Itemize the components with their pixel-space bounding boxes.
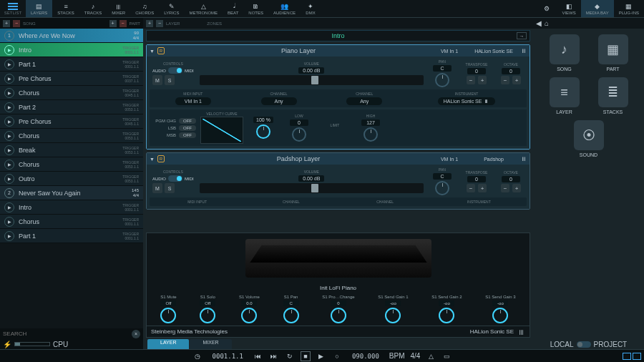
home-icon[interactable]: ⌂ [545, 19, 549, 27]
pan-knob[interactable] [435, 181, 449, 195]
tab-beat[interactable]: 𝅘𝅥BEAT [223, 0, 243, 17]
setlist-part[interactable]: ▶Part 2TRIGGER0053.1.1 [0, 100, 143, 114]
solo-button[interactable]: S [165, 75, 175, 85]
channel2-select[interactable]: Any [346, 97, 382, 105]
prev-button[interactable]: ⏮ [253, 351, 263, 361]
mediabay-tile-song[interactable]: ♪SONG [543, 34, 586, 72]
stop-button[interactable]: ■ [301, 351, 311, 361]
param-knob[interactable] [331, 308, 346, 323]
lsb-toggle[interactable]: OFF [179, 125, 196, 131]
setlist-part[interactable]: ▶IntroTRIGGER0001.1.1 [0, 200, 143, 215]
audio-midi-toggle[interactable] [168, 175, 182, 182]
transpose-minus[interactable]: − [467, 184, 475, 192]
mediabay-tile-sound[interactable]: ⦿SOUND [567, 120, 610, 157]
layer-name[interactable]: Padshop Layer [167, 155, 429, 162]
back-arrow-icon[interactable]: ◀ [536, 19, 542, 27]
mute-button[interactable]: M [152, 75, 162, 85]
remove-song-button[interactable]: − [13, 20, 20, 27]
high-knob[interactable] [364, 127, 378, 142]
setlist-part[interactable]: ▶Pre ChorusTRIGGER0037.1.1 [0, 72, 143, 86]
metronome-icon[interactable]: △ [426, 351, 436, 361]
solo-button[interactable]: S [165, 183, 175, 193]
mediabay-tile-stacks[interactable]: ≣STACKS [592, 77, 635, 114]
pan-knob[interactable] [435, 73, 449, 87]
time-icon[interactable]: ◷ [192, 351, 203, 361]
setlist-part[interactable]: ▶Pre ChorusTRIGGER0045.1.1 [0, 114, 143, 129]
setlist-part[interactable]: ▶ChorusTRIGGER0001.1.1 [0, 215, 143, 229]
volume-value[interactable]: 0.00 dB [298, 175, 324, 182]
setlist-menu-button[interactable]: SETLIST [0, 0, 26, 17]
setlist-part[interactable]: ▶BreakTRIGGER0053.1.1 [0, 143, 143, 157]
tab-lyrics[interactable]: ✎LYRICS [159, 0, 184, 17]
collapse-icon[interactable]: ▼ [150, 157, 155, 162]
setlist-part[interactable]: ▶Part 1TRIGGER0001.1.1 [0, 57, 143, 72]
mediabay-tile-part[interactable]: ▦PART [592, 34, 635, 72]
octave-minus[interactable]: − [501, 76, 509, 84]
setlist-part[interactable]: ▶ChorusTRIGGER0045.1.1 [0, 86, 143, 100]
setlist-part[interactable]: ▶Part 1TRIGGER0001.1.1 [0, 229, 143, 243]
midi-input-select[interactable]: VM In 1 [175, 97, 211, 105]
layer-name[interactable]: Piano Layer [167, 47, 429, 54]
time-signature[interactable]: 4/4 [411, 352, 421, 360]
tab-metronome[interactable]: △METRONOME [184, 0, 223, 17]
setlist-part[interactable]: ▶OutroTRIGGER0053.1.1 [0, 172, 143, 186]
tab-chords[interactable]: ♫CHORDS [130, 0, 159, 17]
view-left-button[interactable] [623, 353, 631, 360]
mediabay-tile-layer[interactable]: ≡LAYER [543, 77, 586, 114]
add-part-button[interactable]: + [109, 20, 117, 27]
param-knob[interactable] [439, 308, 454, 323]
volume-value[interactable]: 0.00 dB [298, 67, 324, 74]
msb-toggle[interactable]: OFF [179, 132, 196, 138]
tab-stacks[interactable]: ≡STACKS [52, 0, 79, 17]
record-arm-button[interactable]: R [157, 155, 165, 162]
low-knob[interactable] [292, 127, 306, 142]
remove-part-button[interactable]: − [119, 20, 127, 27]
add-song-button[interactable]: + [3, 20, 10, 27]
tab-audience[interactable]: 👥AUDIENCE [268, 0, 301, 17]
chord-icon[interactable]: ▭ [441, 351, 452, 361]
transpose-minus[interactable]: − [467, 76, 475, 84]
tab-views[interactable]: ◧VIEWS [557, 0, 580, 17]
layer-instrument[interactable]: HALion Sonic SE [469, 49, 518, 54]
loop-button[interactable]: ↻ [285, 351, 295, 361]
tab-mixer[interactable]: MIXER [190, 339, 231, 349]
tempo-value[interactable]: 090.000 [348, 353, 384, 360]
layer-vm[interactable]: VM In 1 [432, 49, 467, 54]
instrument-edit-icon[interactable]: ⫼ [518, 328, 525, 336]
layer-vm[interactable]: VM In 1 [432, 157, 467, 162]
param-knob[interactable] [160, 308, 176, 323]
setlist-part[interactable]: ▶IntroTRIGGER0001.1.1 [0, 43, 143, 57]
param-knob[interactable] [283, 308, 299, 323]
local-project-toggle[interactable] [577, 341, 591, 348]
collapse-icon[interactable]: ▼ [150, 49, 155, 54]
volume-slider[interactable] [200, 183, 424, 193]
part-name-bar[interactable]: Intro → [146, 30, 530, 41]
remove-layer-button[interactable]: − [156, 20, 163, 27]
audio-midi-toggle[interactable] [168, 67, 182, 74]
view-right-button[interactable] [633, 353, 641, 360]
param-knob[interactable] [241, 308, 257, 323]
next-part-button[interactable]: → [517, 32, 527, 39]
play-button[interactable]: ▶ [316, 351, 326, 361]
next-button[interactable]: ⏭ [269, 351, 279, 361]
layer-instrument[interactable]: Padshop [469, 157, 518, 162]
octave-plus[interactable]: + [512, 184, 521, 192]
tab-mediabay[interactable]: ◆MEDIA BAY [581, 0, 614, 17]
tab-tracks[interactable]: ♪TRACKS [79, 0, 107, 17]
tab-plugins[interactable]: ▦PLUG-INS [614, 0, 644, 17]
setlist-part[interactable]: ▶ChorusTRIGGER0053.1.1 [0, 129, 143, 143]
setlist-song[interactable]: 1Where Are We Now904/4 [0, 29, 143, 43]
velocity-knob[interactable] [256, 124, 270, 139]
tab-settings[interactable]: ⚙ [537, 0, 557, 17]
mute-button[interactable]: M [152, 183, 162, 193]
clear-search-button[interactable]: × [132, 330, 140, 338]
param-knob[interactable] [492, 308, 508, 323]
tab-notes[interactable]: 🗎NOTES [243, 0, 268, 17]
param-knob[interactable] [385, 308, 401, 323]
volume-slider[interactable] [200, 75, 424, 85]
setlist-part[interactable]: ▶ChorusTRIGGER0053.1.1 [0, 157, 143, 172]
channel1-select[interactable]: Any [261, 97, 297, 105]
pgm-chg-toggle[interactable]: OFF [179, 118, 196, 124]
octave-plus[interactable]: + [512, 76, 521, 84]
record-button[interactable]: ○ [332, 351, 342, 361]
